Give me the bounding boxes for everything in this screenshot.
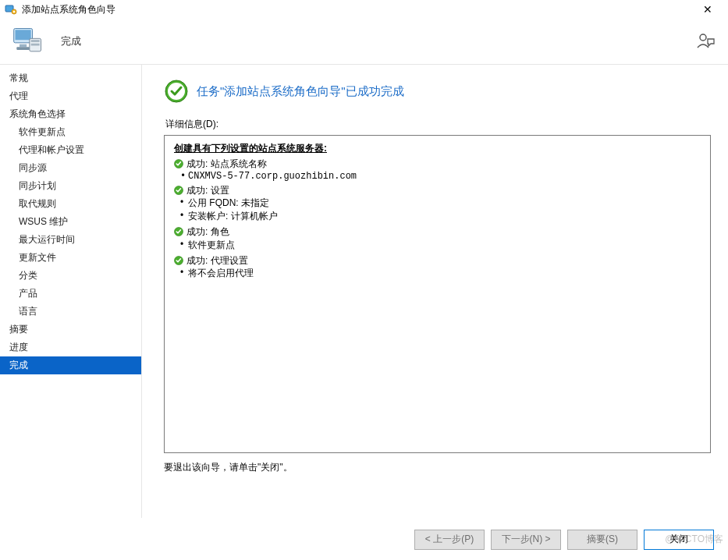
sidebar-item-0[interactable]: 常规 (0, 69, 141, 87)
svg-rect-2 (13, 11, 15, 12)
sidebar-item-9[interactable]: 最大运行时间 (0, 231, 141, 249)
sidebar-item-6[interactable]: 同步计划 (0, 177, 141, 195)
detail-block-2: 成功: 角色软件更新点 (174, 226, 701, 252)
detail-block-title-text: 成功: 站点系统名称 (186, 158, 267, 171)
detail-block-title-text: 成功: 设置 (186, 185, 229, 197)
sidebar-item-2[interactable]: 系统角色选择 (0, 105, 141, 123)
svg-point-10 (700, 34, 706, 41)
svg-rect-7 (31, 44, 40, 46)
sidebar-item-14[interactable]: 摘要 (0, 321, 141, 338)
title-bar: 添加站点系统角色向导 ✕ (0, 0, 728, 19)
sidebar-item-4[interactable]: 代理和帐户设置 (0, 141, 141, 159)
sidebar-item-7[interactable]: 取代规则 (0, 195, 141, 213)
sidebar-item-1[interactable]: 代理 (0, 87, 141, 105)
detail-block-1: 成功: 设置公用 FQDN: 未指定安装帐户: 计算机帐户 (174, 185, 701, 224)
detail-block-title-text: 成功: 角色 (186, 226, 229, 239)
detail-bullet: 将不会启用代理 (174, 267, 701, 280)
detail-block-title: 成功: 站点系统名称 (174, 158, 701, 171)
success-message: 任务"添加站点系统角色向导"已成功完成 (197, 84, 404, 99)
step-title: 完成 (61, 34, 81, 48)
wizard-main: 任务"添加站点系统角色向导"已成功完成 详细信息(D): 创建具有下列设置的站点… (142, 65, 728, 518)
wizard-sidebar: 常规代理系统角色选择软件更新点代理和帐户设置同步源同步计划取代规则WSUS 维护… (0, 65, 142, 518)
previous-button: < 上一步(P) (414, 530, 485, 550)
wizard-footer: < 上一步(P) 下一步(N) > 摘要(S) 关闭 (0, 518, 728, 560)
detail-block-title: 成功: 角色 (174, 226, 701, 239)
sidebar-item-8[interactable]: WSUS 维护 (0, 213, 141, 231)
details-box[interactable]: 创建具有下列设置的站点系统服务器: 成功: 站点系统名称CNXMVS-5-77.… (164, 135, 711, 453)
sidebar-item-5[interactable]: 同步源 (0, 159, 141, 177)
sidebar-item-15[interactable]: 进度 (0, 338, 141, 356)
feedback-icon[interactable] (695, 31, 716, 51)
summary-button: 摘要(S) (567, 530, 637, 550)
sidebar-item-13[interactable]: 语言 (0, 303, 141, 321)
success-check-icon (174, 256, 183, 265)
detail-bullet: 安装帐户: 计算机帐户 (174, 210, 701, 223)
success-check-icon (174, 227, 183, 236)
details-label: 详细信息(D): (165, 118, 711, 131)
detail-bullet: CNXMVS-5-77.corp.guozhibin.com (174, 171, 701, 182)
next-button: 下一步(N) > (491, 530, 561, 550)
detail-bullet: 公用 FQDN: 未指定 (174, 197, 701, 210)
window-title: 添加站点系统角色向导 (22, 3, 692, 16)
sidebar-item-10[interactable]: 更新文件 (0, 249, 141, 267)
sidebar-item-12[interactable]: 产品 (0, 285, 141, 303)
sidebar-item-16[interactable]: 完成 (0, 356, 141, 374)
success-check-icon (164, 79, 189, 104)
detail-block-0: 成功: 站点系统名称CNXMVS-5-77.corp.guozhibin.com (174, 158, 701, 182)
computer-icon (11, 24, 45, 58)
svg-rect-6 (31, 40, 40, 42)
wizard-icon (5, 3, 17, 16)
detail-block-title-text: 成功: 代理设置 (186, 255, 248, 268)
exit-instruction: 要退出该向导，请单击"关闭"。 (164, 461, 711, 474)
sidebar-item-3[interactable]: 软件更新点 (0, 123, 141, 141)
detail-block-title: 成功: 设置 (174, 185, 701, 197)
svg-rect-9 (16, 47, 30, 50)
svg-rect-4 (16, 30, 31, 40)
detail-bullet: 软件更新点 (174, 239, 701, 252)
svg-rect-8 (20, 44, 27, 48)
sidebar-item-11[interactable]: 分类 (0, 267, 141, 285)
success-check-icon (174, 159, 183, 168)
detail-block-3: 成功: 代理设置将不会启用代理 (174, 255, 701, 281)
detail-block-title: 成功: 代理设置 (174, 255, 701, 268)
wizard-header: 完成 (0, 19, 728, 64)
close-icon[interactable]: ✕ (692, 1, 723, 18)
success-banner: 任务"添加站点系统角色向导"已成功完成 (164, 79, 711, 104)
details-heading: 创建具有下列设置的站点系统服务器: (174, 142, 701, 155)
close-button[interactable]: 关闭 (644, 530, 714, 550)
success-check-icon (174, 186, 183, 195)
